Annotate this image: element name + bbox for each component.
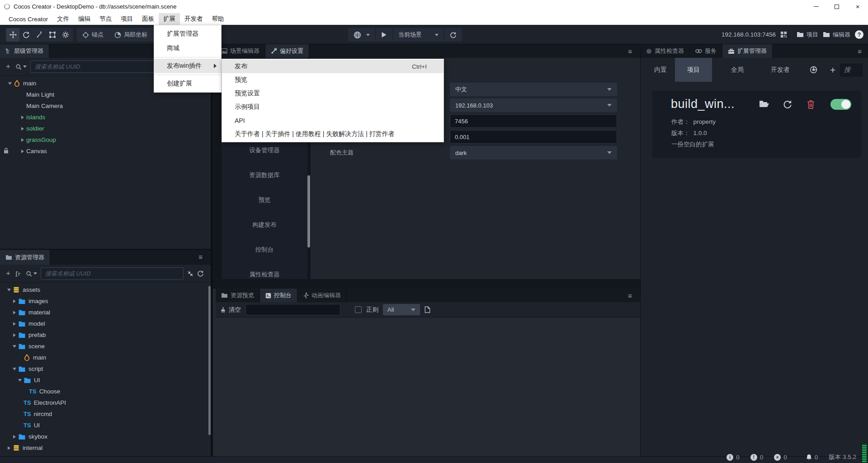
help-button[interactable]: ? [855,30,863,39]
port-input[interactable] [450,114,617,128]
chevron-down-icon[interactable] [6,82,14,85]
regex-checkbox[interactable] [355,306,362,313]
chevron-down-icon[interactable] [16,379,24,382]
preview-platform-button[interactable] [348,28,375,42]
add-extension-button[interactable]: ＋ [828,64,837,76]
panel-menu-icon[interactable]: ≡ [198,253,203,261]
log-level-dropdown[interactable]: All [383,304,420,315]
tab-scene-editor[interactable]: 场景编辑器 [216,44,265,58]
menubar-item-开发者[interactable]: 开发者 [180,13,208,25]
warning-icon[interactable]: ! [750,454,757,461]
chevron-down-icon[interactable] [11,368,18,370]
extension-enabled-toggle[interactable] [830,99,851,110]
delete-extension-button[interactable] [807,100,815,109]
ip-dropdown[interactable]: 192.168.0.103 [450,98,617,112]
store-refresh-icon[interactable] [810,66,817,74]
open-editor-folder-button[interactable]: 编辑器 [823,31,850,39]
error-icon[interactable]: × [774,454,781,461]
chevron-right-icon[interactable] [19,150,26,153]
chevron-right-icon[interactable] [11,311,18,314]
gizmo-settings-button[interactable] [59,28,72,42]
asset-node-row[interactable]: TSChoose [0,386,208,397]
preferences-sidebar-item-设备管理器[interactable]: 设备管理器 [222,145,307,155]
menu-item-创建扩展[interactable]: 创建扩展 [154,76,221,91]
tab-service[interactable]: 服务 [690,44,722,58]
extension-search-input[interactable]: 搜 [840,64,863,76]
submenu-item-发布[interactable]: 发布Ctrl+I [222,60,443,73]
submenu-item-示例项目[interactable]: 示例项目 [222,100,443,114]
sort-assets-button[interactable] [15,271,22,277]
subtab-project[interactable]: 项目 [675,58,712,82]
hierarchy-node-row[interactable]: islands [0,112,208,123]
hierarchy-node-row[interactable]: Canvas [0,145,208,157]
local-coords-button[interactable]: 局部坐标 [109,28,153,42]
assets-search-input[interactable] [41,267,184,280]
tab-preferences[interactable]: 偏好设置 [265,44,309,58]
notification-bell-icon[interactable] [806,454,812,460]
subtab-global[interactable]: 全局 [723,58,752,82]
menubar-item-扩展[interactable]: 扩展 [159,13,180,25]
scale-tool-button[interactable] [33,28,46,42]
rotate-tool-button[interactable] [19,28,33,42]
preferences-sidebar-item-资源数据库[interactable]: 资源数据库 [222,170,307,180]
log-file-icon[interactable] [425,306,430,313]
menu-item-商城[interactable]: 商城 [154,41,221,56]
search-filter-button[interactable] [26,271,37,277]
chevron-right-icon[interactable] [19,138,26,142]
menu-item-扩展管理器[interactable]: 扩展管理器 [154,27,221,41]
collapse-all-button[interactable] [187,271,193,277]
maximize-button[interactable] [826,0,847,13]
asset-node-row[interactable]: skybox [0,431,208,442]
add-asset-button[interactable]: ＋ [5,269,12,278]
chevron-right-icon[interactable] [19,127,26,131]
chevron-down-icon[interactable] [11,345,18,348]
tab-inspector[interactable]: 属性检查器 [641,44,690,58]
asset-node-row[interactable]: main [0,352,208,363]
step-input[interactable] [450,130,617,144]
asset-node-row[interactable]: script [0,363,208,374]
menubar-item-节点[interactable]: 节点 [95,13,116,25]
theme-dropdown[interactable]: dark [450,146,617,159]
subtab-builtin[interactable]: 内置 [646,58,675,82]
hierarchy-node-row[interactable]: soldier [0,123,208,134]
preferences-sidebar-item-构建发布[interactable]: 构建发布 [222,220,307,230]
menubar-item-编辑[interactable]: 编辑 [74,13,95,25]
refresh-scene-button[interactable] [444,28,462,42]
menubar-item-Cocos Creator[interactable]: Cocos Creator [4,14,52,24]
close-button[interactable]: × [847,0,868,13]
asset-node-row[interactable]: TSElectronAPI [0,397,208,408]
info-icon[interactable]: i [726,454,733,461]
chevron-right-icon[interactable] [5,446,13,450]
move-tool-button[interactable] [6,28,19,42]
preferences-sidebar-item-控制台[interactable]: 控制台 [222,245,307,255]
tab-hierarchy[interactable]: 层级管理器 [0,44,49,58]
console-filter-input[interactable] [245,304,340,315]
asset-node-row[interactable]: internal [0,442,208,454]
panel-menu-icon[interactable]: ≡ [628,292,632,299]
port-field[interactable] [450,114,617,128]
chevron-right-icon[interactable] [11,333,18,337]
menubar-item-项目[interactable]: 项目 [116,13,137,25]
tab-assets[interactable]: 资源管理器 [0,250,50,265]
scene-select-dropdown[interactable]: 当前场景 [393,28,444,42]
hierarchy-node-row[interactable]: grassGoup [0,134,208,145]
asset-node-row[interactable]: TSnircmd [0,408,208,420]
asset-node-row[interactable]: TSUI [0,420,208,431]
qr-code-icon[interactable] [780,31,787,38]
assets-scrollbar[interactable] [208,286,211,435]
step-field[interactable] [450,130,617,144]
add-node-button[interactable]: ＋ [5,62,12,71]
chevron-right-icon[interactable] [19,116,26,119]
asset-node-row[interactable]: prefab [0,329,208,341]
chevron-right-icon[interactable] [11,299,18,303]
preferences-sidebar-scrollbar[interactable] [307,175,310,248]
panel-menu-icon[interactable]: ≡ [628,47,632,55]
preferences-sidebar-item-属性检查器[interactable]: 属性检查器 [222,270,307,280]
hierarchy-node-row[interactable]: Main Camera [0,100,208,112]
asset-node-row[interactable]: assets [0,284,208,295]
menu-item-发布win插件[interactable]: 发布win插件 [154,59,221,73]
asset-node-row[interactable]: model [0,318,208,329]
asset-node-row[interactable]: images [0,295,208,307]
chevron-right-icon[interactable] [11,322,18,326]
submenu-item-API[interactable]: API [222,114,443,127]
